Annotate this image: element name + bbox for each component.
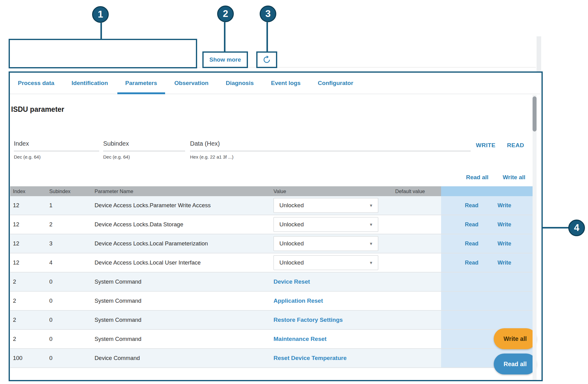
table-row: 122Device Access Locks.Data StorageUnloc… [10, 215, 535, 234]
cell-parameter-name: System Command [92, 292, 272, 310]
value-dropdown[interactable]: Unlocked▼ [274, 217, 378, 232]
write-row-link[interactable]: Write [497, 241, 511, 247]
cell-index: 12 [10, 234, 47, 253]
cell-index: 100 [10, 349, 47, 367]
tab-process-data[interactable]: Process data [18, 73, 54, 94]
subindex-field-label: Subindex [103, 140, 129, 147]
chevron-down-icon: ▼ [369, 241, 373, 246]
value-dropdown[interactable]: Unlocked▼ [274, 255, 378, 270]
tab-configurator[interactable]: Configurator [318, 73, 353, 94]
tab-parameters[interactable]: Parameters [125, 73, 157, 94]
callout-circle-1: 1 [92, 6, 109, 23]
tab-identification[interactable]: Identification [71, 73, 108, 94]
cell-actions: ReadWrite [441, 196, 535, 215]
cell-index: 12 [10, 196, 47, 215]
table-row: 124Device Access Locks.Local User Interf… [10, 253, 535, 273]
data-hex-field-underline [190, 151, 471, 151]
cell-actions: ReadWrite [441, 253, 535, 272]
cell-subindex: 1 [47, 196, 92, 215]
cell-subindex: 0 [47, 330, 92, 348]
value-dropdown[interactable]: Unlocked▼ [274, 198, 378, 213]
tab-observation[interactable]: Observation [174, 73, 209, 94]
command-link[interactable]: Application Reset [274, 297, 323, 304]
cell-default-value [393, 292, 441, 310]
callout-circle-3: 3 [260, 6, 276, 22]
read-all-link[interactable]: Read all [466, 174, 489, 181]
column-header-value: Value [272, 186, 393, 196]
read-button[interactable]: READ [507, 142, 524, 149]
cell-actions: ReadWrite [441, 234, 535, 253]
table-row: 121Device Access Locks.Parameter Write A… [10, 196, 535, 215]
write-row-link[interactable]: Write [497, 221, 511, 228]
data-hex-field[interactable]: Data (Hex) Hex (e.g. 22 a1 3f ...) [190, 140, 471, 162]
tab-event-logs[interactable]: Event logs [271, 73, 301, 94]
panel-scrollbar-track[interactable] [533, 95, 537, 380]
cell-default-value [393, 311, 441, 329]
cell-value: Device Reset [272, 273, 393, 291]
table-body: 121Device Access Locks.Parameter Write A… [10, 196, 535, 368]
read-row-link[interactable]: Read [465, 260, 478, 266]
page-scrollbar[interactable] [537, 36, 541, 71]
cell-actions: ReadWrite [441, 215, 535, 234]
refresh-button[interactable] [258, 53, 276, 67]
cell-parameter-name: System Command [92, 330, 272, 348]
index-field-underline [14, 151, 99, 151]
value-dropdown[interactable]: Unlocked▼ [274, 236, 378, 251]
cell-value: Reset Device Temperature [272, 349, 393, 367]
cell-subindex: 0 [47, 349, 92, 367]
table-row: 20System CommandApplication Reset [10, 292, 535, 311]
isdu-parameter-heading: ISDU parameter [11, 105, 64, 114]
refresh-icon [262, 55, 271, 64]
cell-subindex: 3 [47, 234, 92, 253]
callout-circle-4: 4 [568, 220, 585, 236]
cell-default-value [393, 196, 441, 215]
subindex-field-helper: Dec (e.g. 64) [103, 154, 130, 160]
cell-parameter-name: System Command [92, 311, 272, 329]
index-field-helper: Dec (e.g. 64) [14, 154, 41, 160]
table-row: 20System CommandDevice Reset [10, 273, 535, 292]
write-all-floating-button[interactable]: Write all [494, 328, 537, 349]
cell-value: Restore Factory Settings [272, 311, 393, 329]
cell-parameter-name: Device Access Locks.Local User Interface [92, 253, 272, 272]
chevron-down-icon: ▼ [369, 261, 373, 265]
cell-index: 12 [10, 253, 47, 272]
read-row-link[interactable]: Read [465, 221, 478, 228]
cell-default-value [393, 273, 441, 291]
cell-value: Application Reset [272, 292, 393, 310]
cell-parameter-name: Device Command [92, 349, 272, 367]
column-header-index: Index [10, 186, 47, 196]
command-link[interactable]: Device Reset [274, 278, 310, 285]
panel-scrollbar-thumb[interactable] [533, 96, 537, 131]
tab-bar: Process dataIdentificationParametersObse… [10, 73, 540, 94]
cell-subindex: 2 [47, 215, 92, 234]
command-link[interactable]: Restore Factory Settings [274, 317, 343, 323]
isdu-parameter-table: IndexSubindexParameter NameValueDefault … [10, 186, 535, 368]
read-row-link[interactable]: Read [465, 241, 478, 247]
show-more-button[interactable]: Show more [204, 53, 247, 67]
cell-value: Unlocked▼ [272, 215, 393, 234]
table-header-row: IndexSubindexParameter NameValueDefault … [10, 186, 535, 196]
read-row-link[interactable]: Read [465, 202, 478, 209]
callout-line-2 [224, 22, 225, 51]
cell-index: 2 [10, 292, 47, 310]
write-row-link[interactable]: Write [497, 202, 511, 209]
table-row: 20System CommandMaintenance Reset [10, 330, 535, 349]
table-row: 20System CommandRestore Factory Settings [10, 311, 535, 330]
cell-value: Unlocked▼ [272, 196, 393, 215]
subindex-field[interactable]: Subindex Dec (e.g. 64) [103, 140, 185, 162]
write-all-link[interactable]: Write all [503, 174, 525, 181]
write-button[interactable]: WRITE [476, 142, 496, 149]
read-all-floating-button[interactable]: Read all [494, 354, 537, 374]
command-link[interactable]: Maintenance Reset [274, 336, 326, 342]
command-link[interactable]: Reset Device Temperature [274, 355, 347, 362]
data-hex-field-label: Data (Hex) [190, 140, 220, 147]
chevron-down-icon: ▼ [369, 222, 373, 227]
cell-actions [441, 273, 535, 291]
cell-actions [441, 311, 535, 329]
cell-parameter-name: System Command [92, 273, 272, 291]
cell-subindex: 0 [47, 311, 92, 329]
write-row-link[interactable]: Write [497, 260, 511, 266]
index-field[interactable]: Index Dec (e.g. 64) [14, 140, 99, 162]
tab-diagnosis[interactable]: Diagnosis [226, 73, 254, 94]
table-row: 123Device Access Locks.Local Parameteriz… [10, 234, 535, 253]
